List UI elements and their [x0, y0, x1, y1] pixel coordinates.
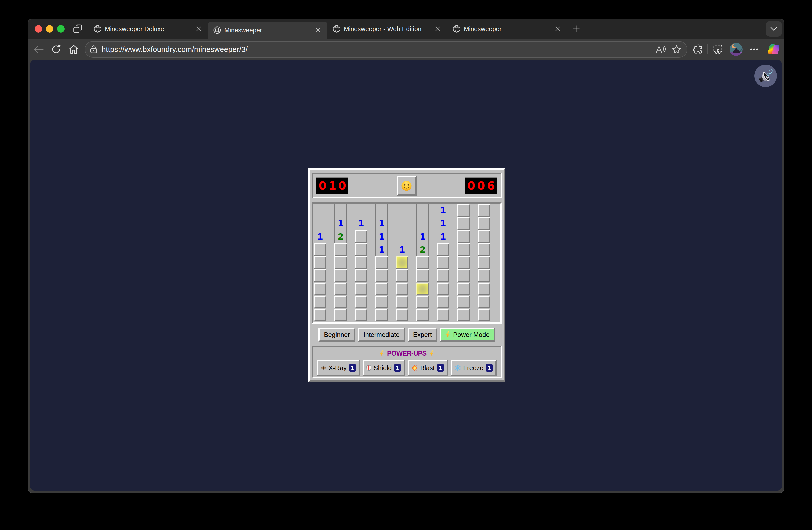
- cell-hidden[interactable]: [437, 244, 450, 256]
- cell-hidden[interactable]: [437, 283, 450, 295]
- cell-revealed-2[interactable]: 2: [334, 230, 347, 244]
- profile-avatar[interactable]: [730, 43, 743, 56]
- cell-hidden[interactable]: [355, 270, 367, 282]
- close-tab-icon[interactable]: [434, 25, 442, 33]
- new-tab-button[interactable]: [567, 20, 585, 38]
- tab-minesweeper-2[interactable]: Minesweeper: [448, 19, 567, 39]
- copilot-icon[interactable]: [767, 44, 779, 55]
- cell-hidden[interactable]: [478, 296, 491, 308]
- cell-revealed-empty[interactable]: [314, 204, 327, 217]
- url-text[interactable]: https://www.bxfoundry.com/minesweeper/3/: [102, 45, 655, 54]
- cell-hidden[interactable]: [437, 309, 450, 321]
- xray-button[interactable]: X-Ray 1: [317, 360, 360, 376]
- cell-hidden[interactable]: [396, 283, 408, 295]
- cell-hidden[interactable]: [334, 270, 347, 282]
- cell-hidden[interactable]: [355, 244, 367, 256]
- cell-revealed-empty[interactable]: [355, 204, 367, 217]
- cell-hidden[interactable]: [417, 296, 429, 308]
- cell-hidden[interactable]: [458, 309, 470, 321]
- cell-hidden[interactable]: [478, 204, 491, 217]
- cell-revealed-1[interactable]: 1: [334, 217, 347, 230]
- cell-hidden[interactable]: [376, 283, 388, 295]
- cell-hidden[interactable]: [314, 296, 327, 308]
- cell-revealed-2[interactable]: 2: [417, 243, 429, 257]
- url-bar[interactable]: https://www.bxfoundry.com/minesweeper/3/: [85, 41, 687, 58]
- tab-search-button[interactable]: [766, 21, 782, 37]
- cell-hidden[interactable]: [478, 309, 491, 321]
- cell-revealed-1[interactable]: 1: [376, 230, 388, 244]
- cell-hidden[interactable]: [417, 270, 429, 282]
- cell-hidden[interactable]: [355, 283, 367, 295]
- cell-revealed-empty[interactable]: [417, 204, 429, 217]
- close-tab-icon[interactable]: [194, 25, 203, 33]
- cell-hidden[interactable]: [376, 257, 388, 269]
- read-aloud-icon[interactable]: [655, 45, 666, 54]
- cell-revealed-1[interactable]: 1: [437, 217, 450, 230]
- cell-revealed-1[interactable]: 1: [376, 243, 388, 257]
- reload-button[interactable]: [51, 44, 62, 55]
- expert-button[interactable]: Expert: [408, 328, 437, 342]
- beginner-button[interactable]: Beginner: [319, 328, 356, 342]
- cell-revealed-empty[interactable]: [396, 204, 408, 217]
- back-button[interactable]: [33, 44, 44, 55]
- lock-icon[interactable]: [90, 45, 98, 54]
- cell-hidden[interactable]: [334, 283, 347, 295]
- cell-hidden[interactable]: [314, 309, 327, 321]
- cell-hidden[interactable]: [478, 230, 491, 243]
- face-button[interactable]: [397, 176, 417, 196]
- cell-hidden[interactable]: [396, 296, 408, 308]
- blast-button[interactable]: Blast 1: [408, 360, 448, 376]
- extensions-icon[interactable]: [693, 44, 704, 55]
- shield-button[interactable]: Shield 1: [363, 360, 405, 376]
- tab-minesweeper-web-edition[interactable]: Minesweeper - Web Edition: [328, 19, 447, 39]
- cell-revealed-empty[interactable]: [376, 204, 388, 217]
- cell-hidden[interactable]: [355, 230, 367, 243]
- cell-revealed-empty[interactable]: [396, 230, 408, 244]
- cell-revealed-1[interactable]: 1: [396, 243, 408, 257]
- cell-hidden[interactable]: [478, 270, 491, 282]
- intermediate-button[interactable]: Intermediate: [358, 328, 405, 342]
- cell-highlighted[interactable]: [417, 283, 429, 295]
- close-tab-icon[interactable]: [553, 25, 562, 33]
- cell-hidden[interactable]: [396, 270, 408, 282]
- cell-hidden[interactable]: [458, 270, 470, 282]
- close-tab-icon[interactable]: [314, 26, 322, 34]
- more-options-icon[interactable]: [750, 48, 758, 51]
- cell-hidden[interactable]: [396, 309, 408, 321]
- cell-revealed-1[interactable]: 1: [437, 230, 450, 244]
- cell-revealed-empty[interactable]: [417, 217, 429, 230]
- cell-hidden[interactable]: [314, 270, 327, 282]
- cell-hidden[interactable]: [437, 296, 450, 308]
- cell-hidden[interactable]: [376, 270, 388, 282]
- tab-minesweeper-deluxe[interactable]: Minesweeper Deluxe: [88, 19, 208, 39]
- cell-hidden[interactable]: [458, 204, 470, 217]
- cell-hidden[interactable]: [314, 244, 327, 256]
- cell-hidden[interactable]: [478, 217, 491, 230]
- cell-hidden[interactable]: [334, 244, 347, 256]
- cell-hidden[interactable]: [417, 257, 429, 269]
- cell-hidden[interactable]: [376, 296, 388, 308]
- zoom-window-button[interactable]: [57, 25, 65, 33]
- cell-hidden[interactable]: [417, 309, 429, 321]
- cell-revealed-1[interactable]: 1: [314, 230, 327, 244]
- cell-hidden[interactable]: [458, 257, 470, 269]
- cell-revealed-1[interactable]: 1: [417, 230, 429, 244]
- cell-hidden[interactable]: [437, 270, 450, 282]
- cell-hidden[interactable]: [314, 257, 327, 269]
- minimize-window-button[interactable]: [46, 25, 54, 33]
- cell-revealed-1[interactable]: 1: [376, 217, 388, 230]
- screenshot-icon[interactable]: [712, 44, 724, 55]
- cell-revealed-1[interactable]: 1: [355, 217, 367, 230]
- freeze-button[interactable]: Freeze 1: [451, 360, 497, 376]
- close-window-button[interactable]: [35, 25, 42, 33]
- cell-hidden[interactable]: [334, 296, 347, 308]
- cell-hidden[interactable]: [478, 283, 491, 295]
- cell-hidden[interactable]: [437, 257, 450, 269]
- tab-minesweeper-active[interactable]: Minesweeper: [208, 22, 328, 39]
- cell-revealed-empty[interactable]: [334, 204, 347, 217]
- cell-revealed-empty[interactable]: [396, 217, 408, 230]
- cell-hidden[interactable]: [458, 230, 470, 243]
- cell-hidden[interactable]: [355, 309, 367, 321]
- home-button[interactable]: [68, 44, 79, 55]
- cell-hidden[interactable]: [334, 257, 347, 269]
